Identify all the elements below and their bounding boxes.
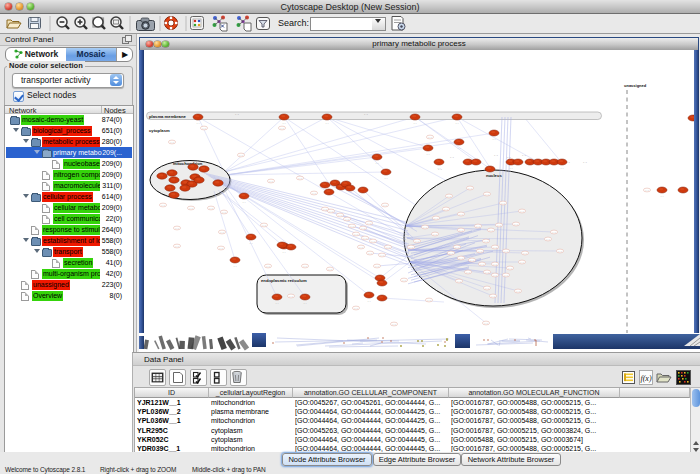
svg-text:[...]: [...] bbox=[328, 268, 331, 270]
svg-text:[...]: [...] bbox=[427, 299, 430, 301]
svg-text:[...]: [...] bbox=[455, 246, 458, 248]
svg-text:[...]: [...] bbox=[434, 217, 437, 219]
svg-text:[...]: [...] bbox=[489, 229, 492, 231]
svg-text:[...]: [...] bbox=[175, 245, 178, 247]
svg-text:[..]: [..] bbox=[326, 122, 329, 124]
svg-text:[...]: [...] bbox=[312, 192, 315, 194]
svg-text:[...]: [...] bbox=[345, 218, 348, 220]
svg-text:cytoplasm: cytoplasm bbox=[149, 128, 170, 133]
svg-text:[...]: [...] bbox=[375, 265, 378, 267]
svg-text:[...]: [...] bbox=[476, 225, 479, 227]
svg-text:[...]: [...] bbox=[444, 208, 447, 210]
svg-text:[...]: [...] bbox=[459, 257, 462, 259]
svg-text:[..]: [..] bbox=[458, 147, 461, 149]
svg-text:[...]: [...] bbox=[386, 246, 389, 248]
svg-text:[...]: [...] bbox=[466, 271, 469, 273]
svg-text:[..]: [..] bbox=[283, 251, 286, 253]
svg-text:[..]: [..] bbox=[385, 177, 388, 179]
svg-text:[...]: [...] bbox=[459, 213, 462, 215]
svg-text:[...]: [...] bbox=[552, 231, 555, 233]
svg-text:[...]: [...] bbox=[546, 238, 549, 240]
svg-text:mitochondrion: mitochondrion bbox=[173, 161, 203, 166]
svg-text:[...]: [...] bbox=[323, 208, 326, 210]
svg-text:[...]: [...] bbox=[329, 210, 332, 212]
svg-text:[...]: [...] bbox=[209, 207, 212, 209]
svg-text:[...]: [...] bbox=[428, 136, 431, 138]
svg-text:[...]: [...] bbox=[520, 261, 523, 263]
svg-text:[...]: [...] bbox=[350, 225, 353, 227]
svg-text:[..]: [..] bbox=[493, 138, 496, 140]
svg-text:[...]: [...] bbox=[371, 240, 374, 242]
svg-text:[...]: [...] bbox=[170, 141, 173, 143]
svg-text:[...]: [...] bbox=[262, 224, 265, 226]
svg-text:[...]: [...] bbox=[480, 263, 483, 265]
svg-text:[...]: [...] bbox=[189, 207, 192, 209]
svg-text:[..]: [..] bbox=[243, 201, 246, 203]
svg-text:[...]: [...] bbox=[484, 322, 487, 324]
svg-text:[...]: [...] bbox=[298, 177, 301, 179]
svg-text:[..]: [..] bbox=[510, 167, 513, 169]
svg-text:[...]: [...] bbox=[504, 274, 507, 276]
svg-text:[...]: [...] bbox=[433, 233, 436, 235]
svg-text:[...]: [...] bbox=[485, 193, 488, 195]
svg-text:[...]: [...] bbox=[269, 180, 272, 182]
svg-text:[..]: [..] bbox=[197, 122, 200, 124]
svg-text:[...]: [...] bbox=[485, 287, 488, 289]
svg-text:[...]: [...] bbox=[303, 265, 306, 267]
svg-text:[..]: [..] bbox=[456, 122, 459, 124]
svg-text:[...]: [...] bbox=[494, 154, 498, 157]
svg-text:[...]: [...] bbox=[266, 265, 269, 267]
svg-text:[..]: [..] bbox=[250, 242, 253, 244]
svg-text:[...]: [...] bbox=[280, 127, 283, 129]
svg-text:[...]: [...] bbox=[493, 246, 496, 248]
svg-text:[...]: [...] bbox=[523, 252, 526, 254]
svg-text:[...]: [...] bbox=[514, 223, 517, 225]
svg-text:[...]: [...] bbox=[583, 161, 587, 164]
svg-text:[..]: [..] bbox=[368, 300, 371, 302]
svg-text:[...]: [...] bbox=[219, 247, 222, 249]
svg-text:[...]: [...] bbox=[516, 290, 519, 292]
svg-text:plasma membrane: plasma membrane bbox=[149, 114, 186, 119]
svg-text:[..]: [..] bbox=[304, 302, 307, 304]
svg-text:[...]: [...] bbox=[485, 271, 488, 273]
svg-text:[...]: [...] bbox=[493, 263, 496, 265]
svg-text:[...]: [...] bbox=[338, 214, 341, 216]
svg-text:[...]: [...] bbox=[402, 279, 405, 281]
svg-text:[...]: [...] bbox=[504, 250, 507, 252]
svg-text:[...]: [...] bbox=[457, 280, 460, 282]
svg-text:[...]: [...] bbox=[459, 229, 462, 231]
svg-text:[..]: [..] bbox=[276, 302, 279, 304]
svg-text:[...]: [...] bbox=[361, 227, 364, 229]
svg-text:[...]: [...] bbox=[235, 113, 239, 116]
svg-text:[..]: [..] bbox=[427, 153, 430, 155]
svg-text:[...]: [...] bbox=[497, 224, 500, 226]
svg-text:[...]: [...] bbox=[364, 113, 368, 116]
svg-text:[...]: [...] bbox=[359, 246, 362, 248]
svg-text:[...]: [...] bbox=[507, 156, 511, 159]
svg-text:[...]: [...] bbox=[423, 226, 426, 228]
svg-text:unassigned: unassigned bbox=[624, 83, 647, 88]
svg-text:[...]: [...] bbox=[354, 233, 357, 235]
svg-text:f(x): f(x) bbox=[640, 374, 651, 383]
svg-text:[..]: [..] bbox=[561, 167, 564, 169]
svg-text:[...]: [...] bbox=[478, 250, 481, 252]
svg-text:[..]: [..] bbox=[381, 288, 384, 290]
svg-text:[...]: [...] bbox=[367, 222, 370, 224]
svg-text:[..]: [..] bbox=[376, 162, 379, 164]
svg-text:[...]: [...] bbox=[289, 295, 292, 297]
svg-text:[...]: [...] bbox=[501, 202, 504, 204]
svg-text:[...]: [...] bbox=[380, 254, 383, 256]
svg-text:[..]: [..] bbox=[438, 167, 441, 169]
svg-text:[...]: [...] bbox=[363, 237, 366, 239]
svg-text:[...]: [...] bbox=[175, 227, 178, 229]
svg-text:[...]: [...] bbox=[202, 127, 205, 129]
svg-text:[...]: [...] bbox=[468, 187, 471, 189]
svg-text:[...]: [...] bbox=[558, 250, 561, 252]
svg-text:[...]: [...] bbox=[508, 267, 511, 269]
svg-text:[..]: [..] bbox=[283, 122, 286, 124]
svg-text:[...]: [...] bbox=[220, 231, 223, 233]
svg-text:[...]: [...] bbox=[493, 274, 496, 276]
svg-text:[...]: [...] bbox=[354, 307, 357, 309]
svg-text:[...]: [...] bbox=[449, 252, 452, 254]
svg-text:[...]: [...] bbox=[484, 240, 487, 242]
